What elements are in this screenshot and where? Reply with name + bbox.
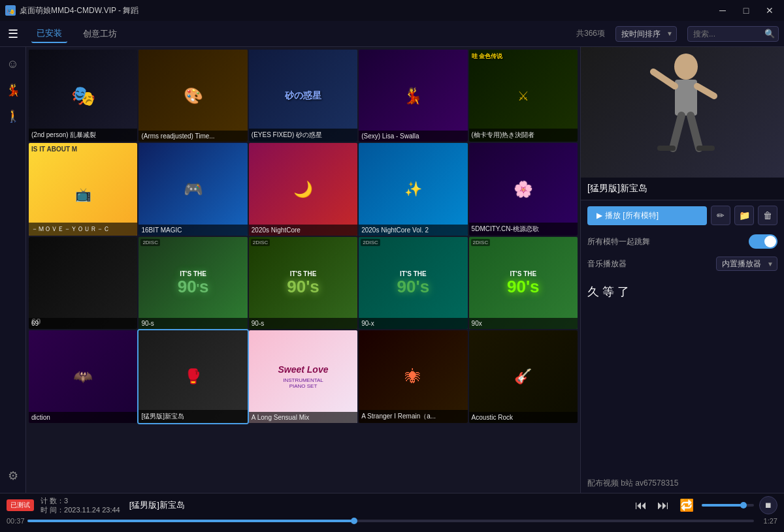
sort-wrapper[interactable]: 按时间排序 按名称排序 按大小排序 ▼	[615, 26, 677, 42]
grid-item-label: (柚卡专用)热き決闘者	[469, 129, 578, 142]
sidebar-item-walk[interactable]: 🚶	[1, 104, 25, 128]
titlebar-controls[interactable]: ─ □ ✕	[713, 4, 779, 17]
delete-button[interactable]: 🗑	[758, 206, 777, 225]
svg-rect-1	[675, 80, 697, 116]
grid-item-label: 69	[29, 318, 137, 329]
sidebar-item-settings[interactable]: ⚙	[1, 464, 25, 488]
list-item[interactable]: 2DISC IT'S THE 90's 90-s	[139, 237, 247, 329]
progress-wrapper: 00:37 1:27	[0, 517, 784, 527]
list-item-selected[interactable]: 🥊 [猛男版]新宝岛	[139, 330, 247, 422]
sidebar-item-face[interactable]: ☺	[1, 52, 25, 76]
svg-line-3	[697, 86, 714, 96]
preview-figure	[581, 47, 784, 178]
list-item[interactable]: 69 69	[29, 237, 137, 329]
search-wrapper[interactable]: 🔍	[687, 26, 779, 42]
close-button[interactable]: ✕	[760, 4, 779, 17]
volume-knob[interactable]	[740, 502, 747, 509]
music-player-select[interactable]: 内置播放器 系统播放器	[716, 257, 777, 271]
grid-item-label: 90-x	[359, 318, 467, 329]
titlebar: 🎭 桌面萌娘MMD4-CMDW.VIP - 舞蹈 ─ □ ✕	[0, 0, 784, 21]
repeat-button[interactable]: 🔁	[677, 497, 696, 514]
volume-fill	[702, 504, 743, 507]
sort-select[interactable]: 按时间排序 按名称排序 按大小排序	[615, 26, 677, 42]
svg-line-4	[673, 116, 681, 148]
minimize-button[interactable]: ─	[713, 4, 732, 17]
play-icon: ▶	[596, 211, 602, 220]
list-item[interactable]: 🕷 A Stranger I Remain（a...	[359, 330, 467, 422]
video-info: 配布视频 b站 av67578315	[581, 474, 784, 493]
grid-item-label: A Long Sensual Mix	[249, 412, 357, 423]
end-time: 1:27	[757, 517, 777, 525]
search-icon[interactable]: 🔍	[764, 29, 775, 39]
edit-button[interactable]: ✏	[711, 206, 730, 225]
time-label: 时 间：2023.11.24 23:44	[41, 505, 120, 514]
music-player-row: 音乐播放器 内置播放器 系统播放器 ▼	[581, 253, 784, 275]
grid-item-label: (Sexy) Lisa - Swalla	[359, 131, 467, 142]
list-item[interactable]: 🌸 5DMCITY.CN-桃源恋歌	[469, 143, 578, 235]
lyrics-area: 久 等 了	[581, 275, 784, 474]
all-models-toggle[interactable]	[749, 234, 777, 249]
list-item[interactable]: 2DISC IT'S THE 90's 90-x	[359, 237, 467, 329]
grid-item-label: 16BIT MAGIC	[139, 225, 247, 236]
list-item[interactable]: 2DISC IT'S THE 90's 90x	[469, 237, 578, 329]
sidebar-item-dance[interactable]: 💃	[1, 78, 25, 102]
stop-button[interactable]: ⏹	[759, 496, 777, 514]
window-title: 桌面萌娘MMD4-CMDW.VIP - 舞蹈	[20, 5, 139, 16]
progress-knob[interactable]	[351, 518, 357, 524]
toggle-row: 所有模特一起跳舞	[581, 230, 784, 253]
list-item[interactable]: 砂の惑星 (EYES FIXED) 砂の惑星	[249, 50, 357, 142]
list-item[interactable]: 🎨 (Arms readjusted) Time...	[139, 50, 247, 142]
list-item[interactable]: 🎮 16BIT MAGIC	[139, 143, 247, 235]
tab-workshop[interactable]: 创意工坊	[78, 25, 122, 42]
list-item-acoustic-rock[interactable]: 🎸 Acoustic Rock	[469, 330, 578, 422]
svg-line-5	[691, 116, 699, 148]
titlebar-left: 🎭 桌面萌娘MMD4-CMDW.VIP - 舞蹈	[5, 5, 139, 16]
grid-item-label: 2020s NightCore	[249, 225, 357, 236]
volume-bar[interactable]	[702, 504, 754, 507]
prev-button[interactable]: ⏮	[632, 497, 649, 514]
list-item[interactable]: 🌙 2020s NightCore	[249, 143, 357, 235]
svg-line-2	[653, 72, 675, 86]
list-item[interactable]: 🦇 diction	[29, 330, 137, 422]
list-item[interactable]: 🎭 (2nd person) 乱暴减裂	[29, 50, 137, 142]
grid-item-label: 2020s NightCore Vol. 2	[359, 225, 467, 236]
list-item[interactable]: ✨ 2020s NightCore Vol. 2	[359, 143, 467, 235]
bottombar: 已测试 计 数：3 时 间：2023.11.24 23:44 [猛男版]新宝岛 …	[0, 493, 784, 532]
grid-item-label: (Arms readjusted) Time...	[139, 131, 247, 142]
play-controls: ▶ 播放 [所有模特] ✏ 📁 🗑	[581, 200, 784, 230]
main-area: ☺ 💃 🚶 ⚙ 🎭 (2nd person) 乱暴减裂 🎨 (Arms read…	[0, 47, 784, 493]
progress-bar[interactable]	[27, 520, 754, 522]
list-item[interactable]: 哇 金色传说 ⚔ (柚卡专用)热き決闘者	[469, 50, 578, 142]
grid-item-label: diction	[29, 412, 137, 423]
grid-area: 🎭 (2nd person) 乱暴减裂 🎨 (Arms readjusted) …	[26, 47, 580, 493]
topnav: ☰ 已安装 创意工坊 共366项 按时间排序 按名称排序 按大小排序 ▼ 🔍	[0, 21, 784, 47]
grid-item-label: [猛男版]新宝岛	[139, 410, 247, 423]
sidebar: ☺ 💃 🚶 ⚙	[0, 47, 26, 493]
music-player-label: 音乐播放器	[587, 258, 627, 270]
next-button[interactable]: ⏭	[655, 497, 672, 514]
grid-item-label: (2nd person) 乱暴减裂	[29, 129, 137, 142]
item-count: 共366项	[576, 28, 605, 39]
grid-item-label: 90-s	[139, 318, 247, 329]
list-item[interactable]: IS IT ABOUT M 📺 －ＭＯＶＥ－ＹＯＵＲ－Ｃ	[29, 143, 137, 235]
menu-icon[interactable]: ☰	[5, 24, 21, 44]
all-models-label: 所有模特一起跳舞	[587, 236, 650, 247]
grid-item-label: 90x	[469, 318, 578, 329]
grid-item-label: 90-s	[249, 318, 357, 329]
tab-installed[interactable]: 已安装	[31, 25, 67, 43]
list-item[interactable]: 💃 (Sexy) Lisa - Swalla	[359, 50, 467, 142]
bottom-top: 已测试 计 数：3 时 间：2023.11.24 23:44 [猛男版]新宝岛 …	[0, 493, 784, 517]
list-item[interactable]: Sweet Love INSTRUMENTAL PIANO SET A Long…	[249, 330, 357, 422]
music-player-wrapper[interactable]: 内置播放器 系统播放器 ▼	[716, 257, 777, 271]
preview-title: [猛男版]新宝岛	[581, 178, 784, 200]
maximize-button[interactable]: □	[737, 4, 755, 17]
grid-item-label: －ＭＯＶＥ－ＹＯＵＲ－Ｃ	[29, 223, 137, 236]
grid-item-label: 5DMCITY.CN-桃源恋歌	[469, 223, 578, 236]
grid-item-label: Acoustic Rock	[469, 412, 578, 423]
bottom-title: [猛男版]新宝岛	[129, 499, 185, 511]
grid-item-label: (EYES FIXED) 砂の惑星	[249, 129, 357, 142]
play-button[interactable]: ▶ 播放 [所有模特]	[587, 206, 707, 225]
svg-point-0	[674, 54, 698, 80]
folder-button[interactable]: 📁	[734, 206, 754, 225]
list-item[interactable]: 2DISC IT'S THE 90's 90-s	[249, 237, 357, 329]
